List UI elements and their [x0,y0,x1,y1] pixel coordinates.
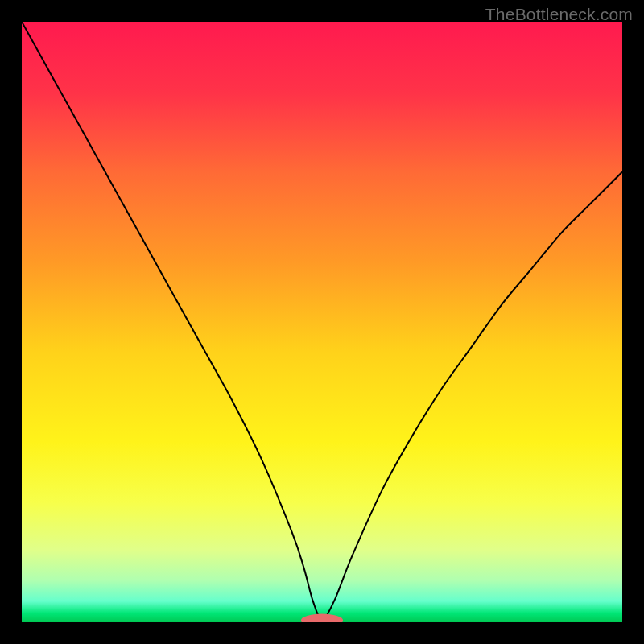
bottleneck-curve [22,22,622,619]
plot-area [22,22,622,622]
chart-frame: TheBottleneck.com [0,0,644,644]
optimum-marker [301,614,343,622]
curve-layer [22,22,622,622]
watermark-text: TheBottleneck.com [485,5,633,24]
